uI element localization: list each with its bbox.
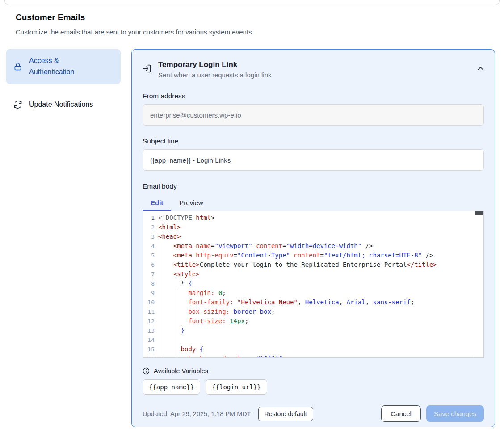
sidebar-item-label: Access & Authentication (29, 55, 96, 78)
sidebar: Access & Authentication Update Notificat… (6, 49, 121, 119)
code-text: background-color: #f6f6f6; (155, 354, 286, 358)
panel-footer: Updated: Apr 29, 2025, 1:18 PM MDT Resto… (143, 405, 484, 422)
line-number: 11 (143, 307, 155, 316)
line-number: 9 (143, 288, 155, 298)
line-number: 16 (143, 354, 155, 358)
code-line[interactable]: 5 <meta http-equiv="Content-Type" conten… (143, 251, 483, 260)
line-number: 13 (143, 326, 155, 335)
code-text: box-sizing: border-box; (155, 307, 275, 316)
sidebar-item-access-authentication[interactable]: Access & Authentication (6, 49, 121, 84)
page-header: Customer Emails Customize the emails tha… (16, 13, 373, 36)
indent-guide (177, 288, 177, 357)
line-number: 15 (143, 345, 155, 354)
from-address-label: From address (143, 92, 484, 100)
info-icon[interactable] (143, 367, 150, 375)
line-number: 2 (143, 223, 155, 232)
code-text: margin: 0; (155, 288, 226, 298)
code-lines: 1<!DOCTYPE html>2<html>3<head>4 <meta na… (143, 211, 483, 358)
code-line[interactable]: 4 <meta name="viewport" content="width=d… (143, 241, 483, 251)
code-line[interactable]: 7 <style> (143, 270, 483, 279)
line-number: 14 (143, 335, 155, 345)
code-text: <!DOCTYPE html> (155, 213, 214, 223)
code-text (155, 335, 158, 345)
code-editor[interactable]: 1<!DOCTYPE html>2<html>3<head>4 <meta na… (143, 211, 484, 358)
subject-line-label: Subject line (143, 137, 484, 145)
editor-scrollbar-track[interactable] (475, 211, 483, 357)
page-title: Customer Emails (16, 13, 373, 22)
editor-scrollbar-thumb[interactable] (475, 211, 483, 215)
code-text: <title>Complete your login to the Replic… (155, 260, 437, 270)
email-template-title: Temporary Login Link (158, 60, 271, 69)
code-line[interactable]: 1<!DOCTYPE html> (143, 213, 483, 223)
code-text: <head> (155, 232, 181, 241)
lock-icon (13, 62, 22, 71)
refresh-icon (13, 100, 22, 109)
email-body-tabs: Edit Preview (143, 196, 484, 211)
code-line[interactable]: 16 background-color: #f6f6f6; (143, 354, 483, 358)
code-line[interactable]: 9 margin: 0; (143, 288, 483, 298)
line-number: 8 (143, 279, 155, 288)
email-template-subtitle: Sent when a user requests a login link (158, 71, 271, 79)
page-subtitle: Customize the emails that are sent to yo… (16, 28, 373, 36)
indent-guide (164, 241, 164, 357)
available-variables-label: Available Variables (154, 367, 208, 375)
tab-preview[interactable]: Preview (171, 196, 211, 211)
restore-default-button[interactable]: Restore default (258, 407, 313, 421)
code-text: * { (155, 279, 192, 288)
tab-edit[interactable]: Edit (143, 196, 171, 211)
line-number: 1 (143, 213, 155, 223)
chevron-up-icon[interactable] (477, 66, 484, 71)
email-body-label: Email body (143, 182, 484, 190)
sidebar-item-label: Update Notifications (29, 99, 93, 110)
updated-timestamp: Updated: Apr 29, 2025, 1:18 PM MDT (143, 410, 251, 417)
code-text: <html> (155, 223, 181, 232)
code-line[interactable]: 15 body { (143, 345, 483, 354)
login-icon (143, 64, 152, 73)
subject-line-input[interactable] (143, 149, 484, 171)
code-line[interactable]: 11 box-sizing: border-box; (143, 307, 483, 316)
code-line[interactable]: 12 font-size: 14px; (143, 316, 483, 326)
code-line[interactable]: 3<head> (143, 232, 483, 241)
sidebar-item-update-notifications[interactable]: Update Notifications (6, 90, 121, 119)
line-number: 6 (143, 260, 155, 270)
code-line[interactable]: 6 <title>Complete your login to the Repl… (143, 260, 483, 270)
code-line[interactable]: 14 (143, 335, 483, 345)
code-text: <meta http-equiv="Content-Type" content=… (155, 251, 433, 260)
available-variables-row: Available Variables (143, 367, 484, 375)
panel-header[interactable]: Temporary Login Link Sent when a user re… (143, 60, 484, 79)
code-text: font-size: 14px; (155, 316, 248, 326)
line-number: 5 (143, 251, 155, 260)
code-line[interactable]: 2<html> (143, 223, 483, 232)
line-number: 7 (143, 270, 155, 279)
code-text: <meta name="viewport" content="width=dev… (155, 241, 373, 251)
code-line[interactable]: 13 } (143, 326, 483, 335)
cancel-button[interactable]: Cancel (381, 405, 421, 422)
previous-card-bottom-edge (4, 0, 500, 5)
variable-chip-login-url[interactable]: {{login_url}} (206, 379, 267, 395)
save-changes-button[interactable]: Save changes (426, 405, 484, 422)
code-line[interactable]: 8 * { (143, 279, 483, 288)
line-number: 4 (143, 241, 155, 251)
line-number: 3 (143, 232, 155, 241)
code-line[interactable]: 10 font-family: "Helvetica Neue", Helvet… (143, 298, 483, 307)
code-text: body { (155, 345, 203, 354)
code-text: } (155, 326, 185, 335)
email-settings-panel: Temporary Login Link Sent when a user re… (131, 49, 495, 427)
line-number: 12 (143, 316, 155, 326)
variable-chips: {{app_name}} {{login_url}} (143, 379, 484, 395)
code-text: font-family: "Helvetica Neue", Helvetica… (155, 298, 414, 307)
line-number: 10 (143, 298, 155, 307)
variable-chip-app-name[interactable]: {{app_name}} (143, 379, 200, 395)
code-text: <style> (155, 270, 200, 279)
from-address-input (143, 104, 484, 126)
